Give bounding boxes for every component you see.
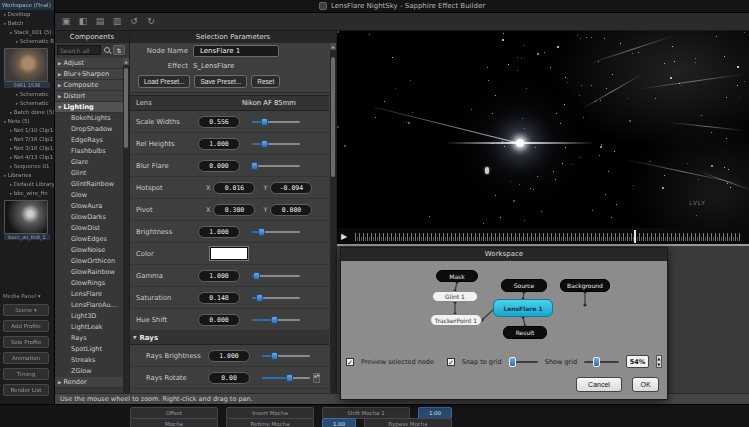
component-glowdarks[interactable]: GlowDarks xyxy=(55,212,123,223)
scrollbar-thumb[interactable] xyxy=(124,68,128,148)
param-value-field[interactable]: 0.556 xyxy=(198,116,240,128)
background-tree-item[interactable]: ▸ Net 1/10 Clip1 xyxy=(0,126,54,135)
param-x-field[interactable]: 0.016 xyxy=(213,182,255,194)
background-tree-item[interactable]: ▸ Net 4/13 Clip1 xyxy=(0,153,54,162)
title-bar[interactable]: LensFlare NightSky - Sapphire Effect Bui… xyxy=(55,0,749,13)
node-glint-1[interactable]: Glint 1 xyxy=(432,291,478,302)
background-tree-item[interactable]: ▸ Net 7/16 Clip1 xyxy=(0,135,54,144)
background-tree-item[interactable]: ▸ Default Library xyxy=(0,180,54,189)
background-tree-item[interactable]: ▸ bbc_wire_fin xyxy=(0,189,54,198)
cancel-button[interactable]: Cancel xyxy=(576,377,622,392)
param-slider[interactable] xyxy=(262,351,310,361)
component-lensflare[interactable]: LensFlare xyxy=(55,289,123,300)
slider-knob[interactable] xyxy=(256,294,263,302)
slider-knob[interactable] xyxy=(271,316,278,324)
preview-selected-node-checkbox[interactable]: ✓ xyxy=(346,358,354,366)
scroll-up-icon[interactable]: ▲ xyxy=(123,58,129,65)
component-glintrainbow[interactable]: GlintRainbow xyxy=(55,179,123,190)
category-adjust[interactable]: ▶Adjust xyxy=(55,58,123,69)
workspace-title[interactable]: Workspace xyxy=(341,248,667,261)
param-slider[interactable] xyxy=(252,315,300,325)
component-spotlight[interactable]: SpotLight xyxy=(55,344,123,355)
param-slider[interactable] xyxy=(252,117,300,127)
background-tree-item[interactable]: ▸ Batch done (5) xyxy=(0,108,54,117)
component-gloworthicon[interactable]: GlowOrthicon xyxy=(55,256,123,267)
color-swatch[interactable] xyxy=(210,247,248,260)
component-zglow[interactable]: ZGlow xyxy=(55,366,123,377)
component-glowaura[interactable]: GlowAura xyxy=(55,201,123,212)
new-icon[interactable]: ▣ xyxy=(60,15,72,28)
node-background[interactable]: Background xyxy=(560,279,610,292)
component-lensflareau[interactable]: LensFlareAu... xyxy=(55,300,123,311)
param-lens-row[interactable]: LensNikon AF 85mm xyxy=(130,95,329,111)
component-glowrainbow[interactable]: GlowRainbow xyxy=(55,267,123,278)
component-glow[interactable]: Glow xyxy=(55,190,123,201)
background-tree-item[interactable]: ▸ Net 3/16 Clip1 xyxy=(0,144,54,153)
component-glowedges[interactable]: GlowEdges xyxy=(55,234,123,245)
node-trackerpoint-1[interactable]: TrackerPoint 1 xyxy=(430,314,482,326)
scroll-up-icon[interactable]: ▲ xyxy=(330,43,336,50)
search-input[interactable] xyxy=(57,45,101,55)
category-render[interactable]: ▶Render xyxy=(55,377,123,388)
save-as-icon[interactable]: ▥ xyxy=(111,15,123,28)
zoom-stepper[interactable]: ▲▼ xyxy=(656,355,662,368)
components-scrollbar[interactable]: ▲ xyxy=(123,58,129,393)
component-dropshadow[interactable]: DropShadow xyxy=(55,124,123,135)
component-glint[interactable]: Glint xyxy=(55,168,123,179)
background-button-solo-profile[interactable]: Solo Profile xyxy=(3,336,49,348)
background-tree-item[interactable]: ▸ Stack_001 (5) xyxy=(0,28,54,37)
background-tree-item[interactable]: ▸ Nets (5) xyxy=(0,117,54,126)
param-slider[interactable] xyxy=(252,139,300,149)
reset-button[interactable]: Reset xyxy=(251,75,280,88)
save-preset-button[interactable]: Save Preset... xyxy=(194,75,247,88)
background-button-1-00[interactable]: 1.00 xyxy=(322,418,356,427)
component-glownoise[interactable]: GlowNoise xyxy=(55,245,123,256)
param-y-field[interactable]: 0.000 xyxy=(270,204,312,216)
background-tree-item[interactable]: ▸ Schematic xyxy=(0,99,54,108)
snap-to-grid-checkbox[interactable]: ✓ xyxy=(447,358,455,366)
slider-knob[interactable] xyxy=(253,272,260,280)
param-slider[interactable] xyxy=(252,161,300,171)
category-composite[interactable]: ▶Composite xyxy=(55,80,123,91)
param-slider[interactable] xyxy=(262,373,310,383)
background-tree-item[interactable]: ▸ Schematic xyxy=(0,90,54,99)
slider-knob[interactable] xyxy=(251,162,258,170)
background-tree-item[interactable]: ▸ Batch xyxy=(0,19,54,28)
component-glowrings[interactable]: GlowRings xyxy=(55,278,123,289)
save-icon[interactable]: ▤ xyxy=(94,15,106,28)
background-tree-item[interactable]: ▸ Sequence 01 xyxy=(0,162,54,171)
component-edgerays[interactable]: EdgeRays xyxy=(55,135,123,146)
section-rays[interactable]: ▼Rays xyxy=(130,331,329,345)
param-value-field[interactable]: 0.00 xyxy=(208,372,250,384)
sort-button[interactable]: ⇅ xyxy=(113,45,125,55)
timeline-ticks[interactable] xyxy=(355,233,741,241)
slider-knob[interactable] xyxy=(261,118,268,126)
load-preset-button[interactable]: Load Preset... xyxy=(138,75,190,88)
component-light3d[interactable]: Light3D xyxy=(55,311,123,322)
slider-knob[interactable] xyxy=(271,352,278,360)
background-button-bypass-mocha[interactable]: Bypass Mocha xyxy=(364,418,452,427)
component-flashbulbs[interactable]: Flashbulbs xyxy=(55,146,123,157)
background-button-mocha[interactable]: Mocha xyxy=(130,418,218,427)
redo-icon[interactable]: ↻ xyxy=(145,15,157,28)
component-bokehlights[interactable]: BokehLights xyxy=(55,113,123,124)
param-slider[interactable] xyxy=(252,293,300,303)
param-value-field[interactable]: 0.148 xyxy=(198,292,240,304)
param-value-field[interactable]: 1.000 xyxy=(208,350,250,362)
background-workspace-tab[interactable]: Workspace (Final) xyxy=(0,0,54,10)
node-lensflare-1[interactable]: LensFlare 1 xyxy=(493,299,553,317)
param-value-field[interactable]: 0.000 xyxy=(198,314,240,326)
param-value-field[interactable]: 1.000 xyxy=(198,270,240,282)
slider-knob[interactable] xyxy=(258,228,265,236)
param-value-field[interactable]: 1.000 xyxy=(198,138,240,150)
node-name-field[interactable]: LensFlare 1 xyxy=(193,45,279,57)
play-button[interactable]: ▶ xyxy=(341,232,347,242)
slider-knob[interactable] xyxy=(286,374,293,382)
background-button-render-list[interactable]: Render List xyxy=(3,384,49,396)
background-button-retime-mocha[interactable]: Retime Mocha xyxy=(226,418,314,427)
param-slider[interactable] xyxy=(252,227,300,237)
scrollbar-thumb[interactable] xyxy=(331,57,335,177)
component-streaks[interactable]: Streaks xyxy=(55,355,123,366)
ok-button[interactable]: OK xyxy=(632,377,659,392)
grid-size-slider[interactable] xyxy=(509,357,538,367)
